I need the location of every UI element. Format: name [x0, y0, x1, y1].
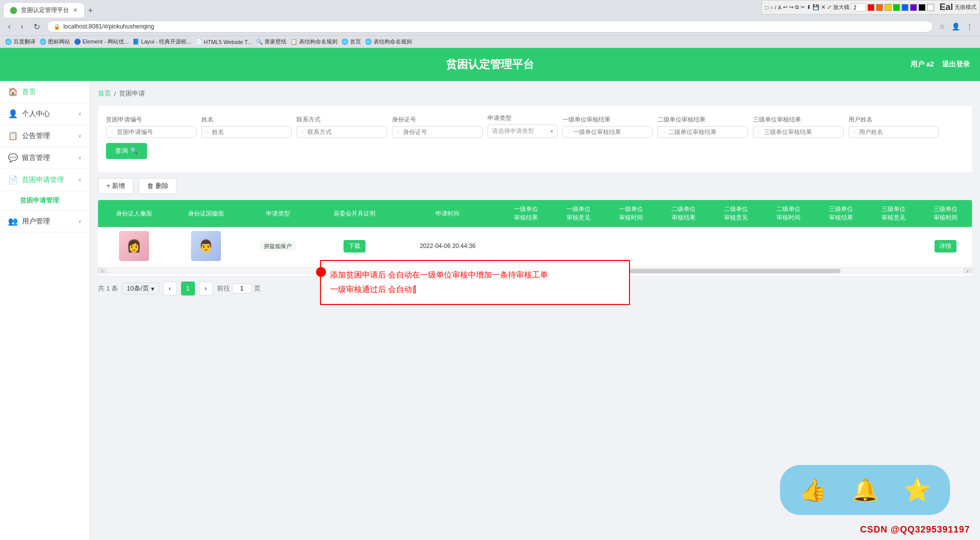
search-icon-level1: ○	[567, 129, 570, 135]
annotation-toolbar[interactable]: □ ○ / A ↩ ↪ ⧉ ✂ ⬇ 💾 ✕ ⤢ 放大镜 20 Eal 无痕模式	[762, 0, 980, 14]
delete-button[interactable]: 🗑 删除	[138, 178, 177, 194]
anno-expand-icon: ⤢	[827, 4, 832, 10]
browser-action-buttons: ☆ 👤 ⋮	[937, 22, 975, 32]
logout-button[interactable]: 退出登录	[942, 60, 970, 69]
search-input-name-wrap: ○	[202, 126, 292, 138]
sidebar-item-home[interactable]: 🏠 首页	[0, 81, 90, 103]
search-input-name[interactable]	[212, 128, 287, 136]
th-app-time: 申请时间	[396, 200, 500, 227]
sidebar-item-personal[interactable]: 👤 个人中心 ∨	[0, 103, 90, 125]
bookmark-baidu-translate[interactable]: 🌐 百度翻译	[5, 38, 36, 46]
pagination-prev-button[interactable]: ‹	[163, 282, 177, 296]
search-query-button[interactable]: 查询 🔍	[106, 143, 147, 159]
tab-close-icon[interactable]: ✕	[73, 7, 78, 14]
bookmark-icon-site[interactable]: 🌐 图标网站	[40, 38, 70, 46]
tab-favicon	[10, 7, 17, 14]
float-icon-bell[interactable]: 🔔	[845, 470, 885, 510]
arrow-icon: ∨	[78, 111, 82, 116]
account-button[interactable]: 👤	[950, 22, 962, 32]
td-l2-time	[762, 227, 814, 266]
search-input-level3[interactable]	[764, 128, 839, 136]
td-l3-opinion	[867, 227, 920, 266]
new-tab-button[interactable]: +	[84, 4, 96, 17]
browser-tab-active[interactable]: 贫困认定管理平台 ✕	[4, 3, 84, 18]
bookmark-home[interactable]: 🌐 首页	[342, 38, 361, 46]
bookmark-element[interactable]: 🔵 Element - 网站优...	[74, 38, 128, 46]
scroll-right-arrow[interactable]: ›	[964, 268, 972, 274]
search-label-contact: 联系方式	[296, 116, 387, 124]
search-input-level2[interactable]	[668, 128, 744, 136]
app-header: 贫困认定管理平台 用户 a2 退出登录	[0, 48, 980, 81]
anno-color-yellow[interactable]	[884, 4, 892, 11]
anno-color-black[interactable]	[918, 4, 926, 11]
pagination-goto-input[interactable]	[232, 284, 252, 294]
float-icon-star[interactable]: ⭐	[897, 470, 937, 510]
search-input-contact[interactable]	[308, 128, 382, 136]
search-icon-idcard: ○	[396, 129, 400, 135]
anno-color-blue[interactable]	[902, 4, 908, 11]
detail-button[interactable]: 详情	[934, 240, 956, 252]
search-label-level3: 三级单位审核结果	[753, 116, 844, 124]
breadcrumb: 首页 / 贫困申请	[98, 89, 972, 98]
anno-color-orange[interactable]	[876, 4, 883, 11]
th-l3-time: 三级单位审核时间	[920, 200, 972, 227]
th-l2-result: 二级单位审核结果	[658, 200, 710, 227]
reload-button[interactable]: ↻	[30, 21, 43, 32]
sidebar-item-user[interactable]: 👥 用户管理 ∨	[0, 210, 90, 232]
sidebar-item-poverty[interactable]: 📄 贫困申请管理 ∧	[0, 169, 90, 191]
search-input-idcard[interactable]	[403, 128, 478, 136]
bookmark-table-rules1[interactable]: 📋 表结构命名规则	[290, 38, 338, 46]
th-l1-result: 一级单位审核结果	[500, 200, 552, 227]
settings-button[interactable]: ⋮	[964, 22, 975, 32]
td-id-back: 👨	[170, 227, 242, 266]
text-cursor-blink: |	[412, 285, 415, 294]
search-input-level1-wrap: ○	[562, 126, 653, 138]
breadcrumb-home-link[interactable]: 首页	[98, 89, 111, 98]
breadcrumb-current: 贫困申请	[119, 89, 145, 98]
th-l2-opinion: 二级单位审核意见	[710, 200, 762, 227]
th-l1-time: 一级单位审核时间	[605, 200, 658, 227]
search-label-idcard: 身份证号	[392, 116, 482, 124]
download-proof-button[interactable]: 下载	[344, 240, 366, 252]
bookmark-layui[interactable]: 📘 Layui - 经典开源框...	[132, 38, 191, 46]
chevron-down-icon-apptype: ▾	[550, 128, 553, 134]
search-input-level1[interactable]	[573, 128, 648, 136]
scroll-left-arrow[interactable]: ‹	[98, 268, 106, 274]
search-input-appid-wrap: ○	[106, 126, 196, 138]
pagination-next-button[interactable]: ›	[199, 282, 213, 296]
anno-text-size-input[interactable]: 20	[851, 4, 866, 12]
address-bar[interactable]: 🔒 localhost:8081/#/pinkuhushenqing	[47, 20, 933, 32]
anno-color-red[interactable]	[868, 4, 874, 11]
search-input-appid[interactable]	[117, 128, 192, 136]
message-icon: 💬	[8, 153, 18, 162]
search-input-username[interactable]	[859, 128, 934, 136]
anno-color-purple[interactable]	[910, 4, 917, 11]
arrow-icon-message: ∨	[78, 155, 82, 160]
anno-color-green[interactable]	[893, 4, 900, 11]
search-icon-level2: ○	[662, 129, 666, 135]
search-select-apptype[interactable]: 请选择申请类型 ▾	[488, 124, 558, 138]
pagination-page-1-button[interactable]: 1	[181, 282, 195, 296]
user-mgmt-icon: 👥	[8, 216, 18, 226]
person-icon: 👤	[8, 109, 18, 118]
anno-color-white[interactable]	[927, 4, 934, 11]
bookmark-star-button[interactable]: ☆	[937, 22, 948, 32]
sidebar-sub-item-poverty-mgmt[interactable]: 贫困申请管理	[0, 191, 90, 210]
bookmark-table-rules2[interactable]: 🌐 表结构命名规则	[365, 38, 412, 46]
float-icon-thumbsup[interactable]: 👍	[793, 470, 833, 510]
bookmark-wallpaper[interactable]: 🔍 查家壁纸	[256, 38, 286, 46]
th-id-back: 身份证国徽面	[170, 200, 242, 227]
bookmark-html5[interactable]: 📄 HTML5 Website T...	[196, 38, 252, 45]
search-field-level2: 二级单位审核结果 ○	[658, 116, 748, 138]
search-input-idcard-wrap: ○	[392, 126, 482, 138]
lock-icon: 🔒	[54, 24, 60, 30]
sidebar-item-message[interactable]: 💬 留言管理 ∨	[0, 147, 90, 169]
sidebar-item-notice[interactable]: 📋 公告管理 ∨	[0, 125, 90, 147]
id-back-avatar: 👨	[191, 231, 221, 261]
breadcrumb-separator: /	[114, 90, 116, 98]
pagination-size-arrow: ▾	[151, 285, 154, 292]
forward-button[interactable]: ›	[18, 21, 26, 32]
back-button[interactable]: ‹	[5, 21, 14, 32]
pagination-size-select[interactable]: 10条/页 ▾	[122, 282, 158, 294]
add-button[interactable]: + 新增	[98, 178, 134, 194]
